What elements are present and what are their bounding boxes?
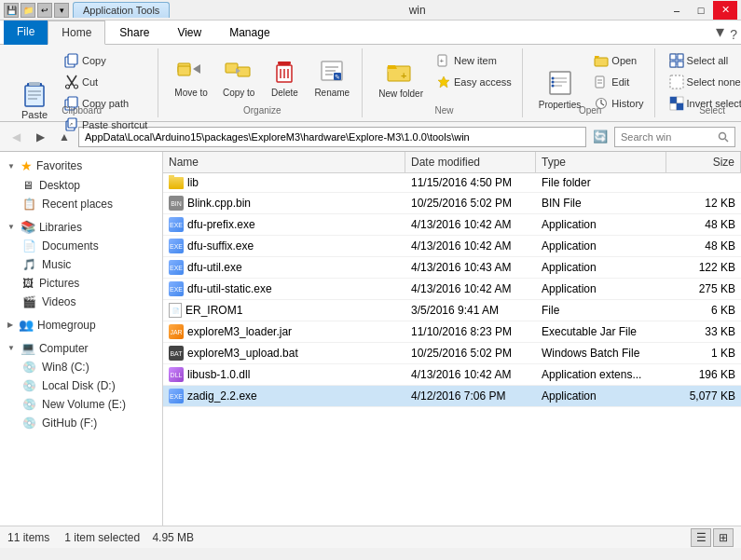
tab-file[interactable]: File	[4, 20, 48, 45]
delete-icon	[269, 56, 299, 86]
maximize-button[interactable]: □	[689, 1, 713, 20]
copy-label: Copy	[82, 55, 106, 66]
group-new: + New folder + New item	[366, 48, 523, 117]
exe-icon: EXE	[169, 281, 184, 296]
file-name: 📄 ER_IROM1	[163, 302, 405, 319]
tab-home[interactable]: Home	[48, 20, 105, 45]
svg-point-64	[720, 132, 726, 139]
new-folder-label: New folder	[378, 89, 423, 99]
select-all-button[interactable]: Select all	[665, 50, 741, 71]
dll-icon: DLL	[169, 367, 184, 382]
documents-icon: 📄	[22, 239, 36, 253]
sidebar-item-music[interactable]: 🎵 Music	[0, 255, 162, 274]
ribbon-content: Paste Copy Cut	[0, 45, 741, 121]
address-path[interactable]: AppData\Local\Arduino15\packages\Explore…	[78, 127, 586, 147]
file-list-header: Name Date modified Type Size	[163, 152, 741, 173]
table-row[interactable]: EXE dfu-util-static.exe 4/13/2016 10:42 …	[163, 279, 741, 300]
file-size: 275 KB	[666, 281, 741, 296]
minimize-button[interactable]: –	[665, 1, 689, 20]
svg-marker-40	[438, 76, 449, 88]
copy-icon	[64, 53, 79, 68]
file-size	[666, 182, 741, 184]
table-row[interactable]: 📄 ER_IROM1 3/5/2016 9:41 AM File 6 KB	[163, 300, 741, 321]
help-icon[interactable]: ?	[730, 27, 737, 42]
sidebar-item-videos[interactable]: 🎬 Videos	[0, 293, 162, 311]
edit-icon	[594, 75, 609, 89]
new-folder-button[interactable]: + New folder	[372, 53, 430, 102]
copy-to-button[interactable]: Copy to	[216, 52, 261, 102]
table-row[interactable]: JAR exploreM3_loader.jar 11/10/2016 8:23…	[163, 321, 741, 343]
pictures-label: Pictures	[39, 277, 79, 290]
list-view-button[interactable]: ☰	[691, 528, 711, 547]
new-item-icon: +	[436, 53, 451, 68]
table-row[interactable]: EXE dfu-prefix.exe 4/13/2016 10:42 AM Ap…	[163, 214, 741, 236]
col-header-size[interactable]: Size	[666, 152, 741, 172]
tab-view[interactable]: View	[163, 20, 215, 45]
sidebar-item-d-drive[interactable]: 💿 Local Disk (D:)	[0, 376, 162, 395]
copy-button[interactable]: Copy	[60, 50, 152, 71]
computer-header[interactable]: ▼ 💻 Computer	[0, 338, 162, 358]
col-header-type[interactable]: Type	[536, 152, 666, 172]
sidebar-item-pictures[interactable]: 🖼 Pictures	[0, 274, 162, 293]
details-view-button[interactable]: ⊞	[713, 528, 734, 547]
sidebar-item-e-drive[interactable]: 💿 New Volume (E:)	[0, 395, 162, 414]
quick-save-icon[interactable]: 💾	[4, 3, 19, 18]
file-date: 4/13/2016 10:42 AM	[405, 239, 536, 253]
svg-text:+: +	[401, 70, 406, 81]
col-header-name[interactable]: Name	[163, 152, 405, 172]
tab-manage[interactable]: Manage	[215, 20, 283, 45]
homegroup-header[interactable]: ▶ 👥 Homegroup	[0, 315, 162, 335]
edit-button[interactable]: Edit	[589, 72, 648, 92]
computer-chevron: ▼	[7, 344, 15, 352]
quick-folder-icon[interactable]: 📁	[21, 3, 35, 18]
rename-button[interactable]: ✎ Rename	[308, 52, 356, 102]
sidebar-item-desktop[interactable]: 🖥 Desktop	[0, 176, 162, 195]
open-label: Open	[611, 55, 637, 66]
file-date: 11/10/2016 8:23 PM	[405, 324, 536, 339]
table-row[interactable]: BIN Blink.cpp.bin 10/25/2016 5:02 PM BIN…	[163, 193, 741, 214]
homegroup-icon: 👥	[19, 318, 34, 332]
new-item-button[interactable]: + New item	[432, 50, 516, 71]
easy-access-button[interactable]: Easy access	[432, 72, 516, 92]
jar-icon: JAR	[169, 324, 184, 339]
file-size: 48 KB	[666, 239, 741, 253]
selected-info: 1 item selected 4.95 MB	[64, 531, 194, 544]
sidebar-item-f-drive[interactable]: 💿 GitHub (F:)	[0, 414, 162, 432]
quick-dropdown-icon[interactable]: ▾	[54, 3, 69, 18]
table-row[interactable]: EXE dfu-util.exe 4/13/2016 10:43 AM Appl…	[163, 257, 741, 279]
documents-label: Documents	[42, 239, 99, 253]
file-name: EXE dfu-util.exe	[163, 259, 405, 276]
file-date: 11/15/2016 4:50 PM	[405, 175, 536, 190]
cut-button[interactable]: Cut	[60, 72, 152, 92]
paste-shortcut-button[interactable]: ↗ Paste shortcut	[60, 115, 152, 135]
quick-undo-icon[interactable]: ↩	[37, 3, 52, 18]
col-header-date[interactable]: Date modified	[405, 152, 536, 172]
tab-share[interactable]: Share	[105, 20, 163, 45]
file-name: JAR exploreM3_loader.jar	[163, 323, 405, 340]
table-row[interactable]: EXE dfu-suffix.exe 4/13/2016 10:42 AM Ap…	[163, 236, 741, 257]
quick-access-toolbar: 💾 📁 ↩ ▾	[4, 3, 69, 18]
select-none-button[interactable]: Select none	[665, 72, 741, 92]
libraries-section: ▼ 📚 Libraries 📄 Documents 🎵 Music 🖼 Pict…	[0, 217, 162, 311]
table-row[interactable]: lib 11/15/2016 4:50 PM File folder	[163, 173, 741, 193]
title-bar-left: 💾 📁 ↩ ▾ Application Tools	[4, 2, 170, 18]
file-type: Executable Jar File	[536, 324, 666, 339]
table-row[interactable]: DLL libusb-1.0.dll 4/13/2016 10:42 AM Ap…	[163, 364, 741, 386]
svg-rect-2	[29, 82, 40, 86]
delete-button[interactable]: Delete	[263, 52, 306, 102]
doc-icon: 📄	[169, 303, 182, 318]
sidebar-item-recent[interactable]: 📋 Recent places	[0, 195, 162, 213]
table-row[interactable]: BAT exploreM3_upload.bat 10/25/2016 5:02…	[163, 343, 741, 364]
paste-button[interactable]: Paste	[11, 75, 58, 125]
move-to-button[interactable]: Move to	[168, 52, 214, 102]
sidebar-item-c-drive[interactable]: 💿 Win8 (C:)	[0, 358, 162, 376]
libraries-header[interactable]: ▼ 📚 Libraries	[0, 217, 162, 237]
ribbon-collapse-icon[interactable]: ▾	[716, 21, 724, 42]
desktop-label: Desktop	[39, 179, 80, 192]
svg-point-11	[75, 85, 78, 89]
sidebar-item-documents[interactable]: 📄 Documents	[0, 237, 162, 255]
open-button[interactable]: Open	[589, 50, 648, 71]
file-date: 10/25/2016 5:02 PM	[405, 346, 536, 361]
close-button[interactable]: ✕	[713, 1, 737, 20]
table-row[interactable]: EXE zadig_2.2.exe 4/12/2016 7:06 PM Appl…	[163, 386, 741, 407]
